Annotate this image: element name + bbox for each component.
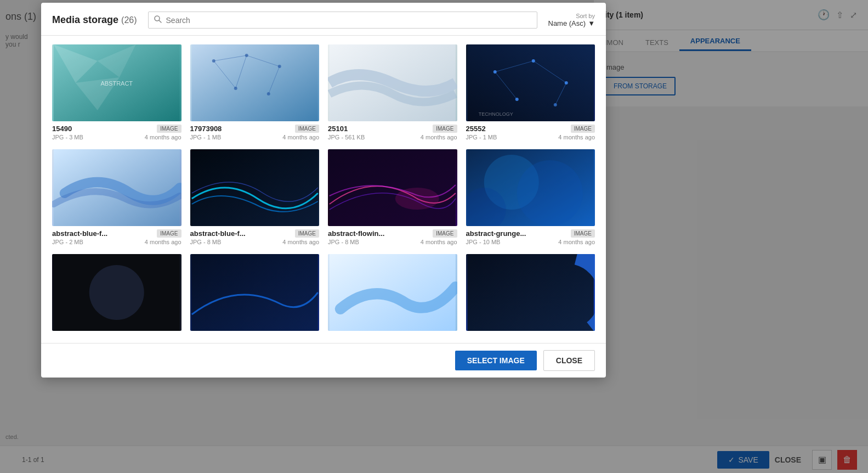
image-info: abstract-grunge... IMAGE <box>466 229 595 238</box>
image-item[interactable] <box>466 254 595 334</box>
image-thumbnail[interactable] <box>190 44 320 121</box>
image-meta: JPG - 3 MB 4 months ago <box>52 134 181 140</box>
image-meta: JPG - 8 MB 4 months ago <box>328 239 457 245</box>
image-name: 15490 <box>52 125 72 133</box>
image-info: abstract-blue-f... IMAGE <box>52 229 181 238</box>
image-type-badge: IMAGE <box>433 229 457 238</box>
image-age: 4 months ago <box>421 134 457 140</box>
image-meta: JPG - 10 MB 4 months ago <box>466 239 595 245</box>
image-name: abstract-grunge... <box>466 229 526 238</box>
image-size: JPG - 1 MB <box>466 134 497 140</box>
image-size: JPG - 8 MB <box>190 239 222 245</box>
svg-point-37 <box>517 160 582 226</box>
search-input[interactable] <box>166 16 531 25</box>
select-image-button[interactable]: SELECT IMAGE <box>455 351 537 370</box>
image-thumbnail[interactable] <box>328 149 457 226</box>
close-modal-button[interactable]: CLOSE <box>543 350 595 371</box>
image-info: 25552 IMAGE <box>466 125 595 133</box>
image-meta: JPG - 561 KB 4 months ago <box>328 134 457 140</box>
image-grid: ABSTRACT 15490 IMAGE JPG - 3 MB 4 months… <box>52 44 595 334</box>
image-size: JPG - 2 MB <box>52 239 83 245</box>
image-thumbnail[interactable]: TECHNOLOGY <box>466 44 595 121</box>
image-type-badge: IMAGE <box>157 125 181 133</box>
svg-line-1 <box>158 20 161 22</box>
image-thumbnail[interactable] <box>190 254 320 331</box>
image-thumbnail[interactable] <box>466 149 595 226</box>
image-thumbnail[interactable] <box>328 254 457 331</box>
image-thumbnail[interactable] <box>52 254 181 331</box>
image-thumbnail[interactable] <box>328 44 457 121</box>
image-name: 25101 <box>328 125 348 133</box>
modal-title: Media storage (26) <box>52 14 137 26</box>
image-thumbnail[interactable] <box>52 149 181 226</box>
image-age: 4 months ago <box>145 239 181 245</box>
image-age: 4 months ago <box>558 239 595 245</box>
image-type-badge: IMAGE <box>571 229 595 238</box>
image-item[interactable]: abstract-blue-f... IMAGE JPG - 2 MB 4 mo… <box>52 149 181 245</box>
image-name: abstract-blue-f... <box>190 229 246 238</box>
chevron-down-icon: ▼ <box>588 19 595 27</box>
image-item[interactable]: 25101 IMAGE JPG - 561 KB 4 months ago <box>328 44 457 140</box>
image-item[interactable]: TECHNOLOGY 25552 IMAGE JPG - 1 MB 4 mont… <box>466 44 595 140</box>
svg-text:TECHNOLOGY: TECHNOLOGY <box>478 111 513 117</box>
svg-text:ABSTRACT: ABSTRACT <box>100 80 133 87</box>
image-info: 15490 IMAGE <box>52 125 181 133</box>
search-bar[interactable] <box>148 12 537 29</box>
media-storage-modal: Media storage (26) Sort by Name (Asc) ▼ <box>41 3 606 378</box>
image-item[interactable]: abstract-flowin... IMAGE JPG - 8 MB 4 mo… <box>328 149 457 245</box>
modal-count: (26) <box>121 15 137 25</box>
sort-value: Name (Asc) ▼ <box>548 19 595 27</box>
svg-rect-43 <box>467 254 593 331</box>
image-item[interactable]: abstract-grunge... IMAGE JPG - 10 MB 4 m… <box>466 149 595 245</box>
image-name: 17973908 <box>190 125 222 133</box>
image-meta: JPG - 8 MB 4 months ago <box>190 239 320 245</box>
image-type-badge: IMAGE <box>157 229 181 238</box>
image-size: JPG - 1 MB <box>190 134 222 140</box>
image-item[interactable] <box>328 254 457 334</box>
image-name: 25552 <box>466 125 486 133</box>
modal-overlay: Media storage (26) Sort by Name (Asc) ▼ <box>0 0 868 473</box>
svg-point-33 <box>395 188 439 210</box>
image-meta: JPG - 1 MB 4 months ago <box>466 134 595 140</box>
sort-by-label: Sort by <box>576 13 595 19</box>
image-type-badge: IMAGE <box>571 125 595 133</box>
image-age: 4 months ago <box>145 134 181 140</box>
sort-control[interactable]: Sort by Name (Asc) ▼ <box>548 13 595 27</box>
image-thumbnail[interactable]: ABSTRACT <box>52 44 181 121</box>
image-item[interactable] <box>190 254 320 334</box>
image-info: abstract-flowin... IMAGE <box>328 229 457 238</box>
image-age: 4 months ago <box>282 239 319 245</box>
image-item[interactable]: abstract-blue-f... IMAGE JPG - 8 MB 4 mo… <box>190 149 320 245</box>
image-thumbnail[interactable] <box>466 254 595 331</box>
image-info: 17973908 IMAGE <box>190 125 320 133</box>
image-thumbnail[interactable] <box>190 149 320 226</box>
image-size: JPG - 10 MB <box>466 239 501 245</box>
image-age: 4 months ago <box>282 134 319 140</box>
image-type-badge: IMAGE <box>295 125 319 133</box>
svg-rect-19 <box>467 44 593 121</box>
image-name: abstract-flowin... <box>328 229 384 238</box>
image-meta: JPG - 2 MB 4 months ago <box>52 239 181 245</box>
search-icon <box>154 15 162 25</box>
image-item[interactable]: 17973908 IMAGE JPG - 1 MB 4 months ago <box>190 44 320 140</box>
image-item[interactable]: ABSTRACT 15490 IMAGE JPG - 3 MB 4 months… <box>52 44 181 140</box>
image-size: JPG - 561 KB <box>328 134 365 140</box>
image-type-badge: IMAGE <box>433 125 457 133</box>
modal-header: Media storage (26) Sort by Name (Asc) ▼ <box>41 3 606 36</box>
svg-rect-7 <box>191 44 317 121</box>
image-type-badge: IMAGE <box>295 229 319 238</box>
image-meta: JPG - 1 MB 4 months ago <box>190 134 320 140</box>
svg-rect-41 <box>191 254 317 331</box>
modal-body: ABSTRACT 15490 IMAGE JPG - 3 MB 4 months… <box>41 36 606 343</box>
image-age: 4 months ago <box>558 134 595 140</box>
image-age: 4 months ago <box>421 239 457 245</box>
image-info: abstract-blue-f... IMAGE <box>190 229 320 238</box>
image-size: JPG - 3 MB <box>52 134 83 140</box>
image-item[interactable] <box>52 254 181 334</box>
image-name: abstract-blue-f... <box>52 229 107 238</box>
svg-rect-31 <box>191 149 317 226</box>
image-info: 25101 IMAGE <box>328 125 457 133</box>
modal-footer: SELECT IMAGE CLOSE <box>41 343 606 378</box>
image-size: JPG - 8 MB <box>328 239 359 245</box>
svg-point-40 <box>89 265 144 320</box>
